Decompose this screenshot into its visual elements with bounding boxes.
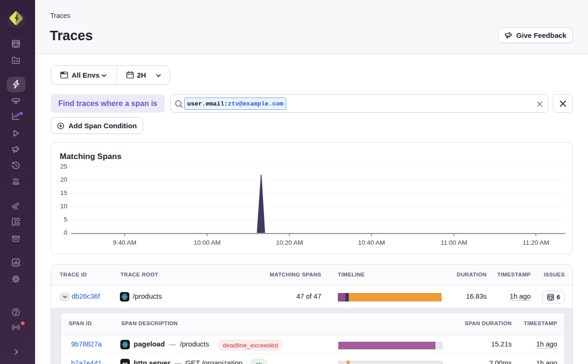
svg-text:ex: ex	[122, 361, 128, 364]
